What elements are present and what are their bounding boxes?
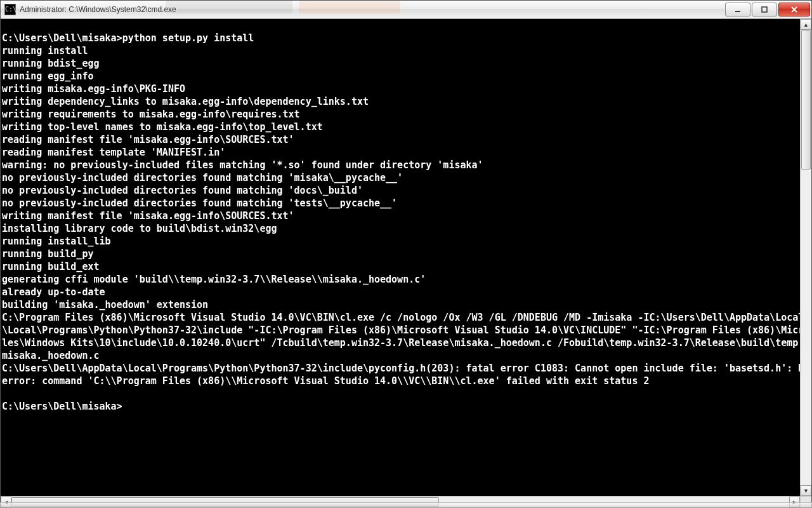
terminal-line: les\Windows Kits\10\include\10.0.10240.0… xyxy=(2,337,800,349)
terminal-line: error: command 'C:\\Program Files (x86)\… xyxy=(2,375,800,387)
minimize-button[interactable] xyxy=(725,3,750,17)
terminal-line: writing top-level names to misaka.egg-in… xyxy=(2,121,800,133)
scroll-down-arrow-icon[interactable]: ▼ xyxy=(801,485,811,496)
terminal-line: generating cffi module 'build\\temp.win3… xyxy=(2,273,800,286)
terminal-line: C:\Users\Dell\misaka>python setup.py ins… xyxy=(2,32,800,44)
terminal-line: already up-to-date xyxy=(2,286,800,298)
scroll-thumb[interactable] xyxy=(801,30,811,170)
terminal-line: running egg_info xyxy=(2,70,800,83)
vertical-scrollbar[interactable]: ▲ ▼ xyxy=(800,19,811,496)
close-button[interactable] xyxy=(778,3,810,17)
terminal-line: misaka._hoedown.c xyxy=(2,349,800,362)
terminal-output[interactable]: C:\Users\Dell\misaka>python setup.py ins… xyxy=(1,19,800,496)
terminal-line: reading manifest file 'misaka.egg-info\S… xyxy=(2,133,800,146)
svg-rect-0 xyxy=(735,11,740,12)
terminal-line: no previously-included directories found… xyxy=(2,184,800,197)
terminal-line xyxy=(2,387,800,400)
terminal-line: writing requirements to misaka.egg-info\… xyxy=(2,108,800,121)
terminal-line: running build_ext xyxy=(2,260,800,273)
terminal-line: \Local\Programs\Python\Python37-32\inclu… xyxy=(2,324,800,337)
terminal-line xyxy=(2,19,800,32)
cmd-icon: C:\ xyxy=(4,4,16,15)
terminal-line: no previously-included directories found… xyxy=(2,197,800,210)
svg-rect-1 xyxy=(762,7,767,12)
terminal-line: running install xyxy=(2,44,800,57)
terminal-line: C:\Program Files (x86)\Microsoft Visual … xyxy=(2,311,800,324)
window-title: Administrator: C:\Windows\System32\cmd.e… xyxy=(20,5,724,14)
scroll-track[interactable] xyxy=(801,30,811,485)
terminal-line: C:\Users\Dell\AppData\Local\Programs\Pyt… xyxy=(2,362,800,375)
terminal-line: installing library code to build\bdist.w… xyxy=(2,222,800,235)
terminal-line: warning: no previously-included files ma… xyxy=(2,159,800,171)
terminal-line: running bdist_egg xyxy=(2,57,800,70)
window-controls xyxy=(724,3,810,17)
terminal-line: running build_py xyxy=(2,248,800,260)
terminal-line: no previously-included directories found… xyxy=(2,171,800,184)
taskbar-edge xyxy=(0,502,812,508)
terminal-line: reading manifest template 'MANIFEST.in' xyxy=(2,146,800,159)
console-area: C:\Users\Dell\misaka>python setup.py ins… xyxy=(1,19,811,496)
terminal-line: C:\Users\Dell\misaka> xyxy=(2,400,800,413)
terminal-line: building 'misaka._hoedown' extension xyxy=(2,298,800,311)
terminal-line: running install_lib xyxy=(2,235,800,248)
terminal-line: writing misaka.egg-info\PKG-INFO xyxy=(2,83,800,95)
terminal-line: writing manifest file 'misaka.egg-info\S… xyxy=(2,210,800,222)
cmd-window: C:\ Administrator: C:\Windows\System32\c… xyxy=(0,0,812,508)
terminal-line: writing dependency_links to misaka.egg-i… xyxy=(2,95,800,108)
scroll-up-arrow-icon[interactable]: ▲ xyxy=(801,19,811,30)
titlebar[interactable]: C:\ Administrator: C:\Windows\System32\c… xyxy=(1,1,811,19)
maximize-button[interactable] xyxy=(752,3,777,17)
